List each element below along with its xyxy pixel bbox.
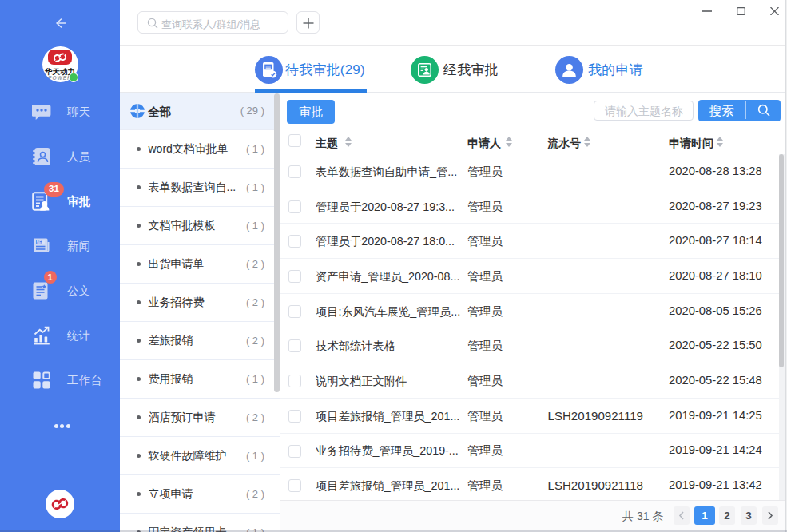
svg-text:NEW: NEW [36,240,45,244]
